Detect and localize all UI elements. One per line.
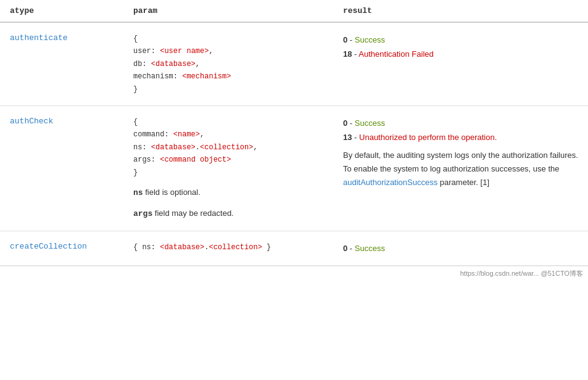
header-atype: atype: [0, 0, 123, 22]
header-param: param: [123, 0, 333, 22]
result-cell: 0 - Success18 - Authentication Failed: [333, 22, 588, 105]
atype-cell: createCollection: [0, 231, 123, 265]
param-cell: { ns: <database>.<collection> }: [123, 231, 333, 265]
audit-table: atype param result authenticate{ user: <…: [0, 0, 588, 266]
result-desc: By default, the auditing system logs onl…: [343, 149, 578, 189]
atype-label: createCollection: [10, 242, 87, 251]
result-cell: 0 - Success13 - Unauthorized to perform …: [333, 105, 588, 231]
table-row: authCheck{ command: <name>, ns: <databas…: [0, 105, 588, 231]
field-note: ns field is optional.: [133, 186, 323, 200]
atype-cell: authenticate: [0, 22, 123, 105]
param-code-block: { command: <name>, ns: <database>.<colle…: [133, 116, 323, 179]
param-cell: { command: <name>, ns: <database>.<colle…: [123, 105, 333, 231]
result-success: 0 - Success: [343, 116, 578, 130]
table-row: createCollection{ ns: <database>.<collec…: [0, 231, 588, 265]
result-success: 0 - Success: [343, 33, 578, 47]
atype-cell: authCheck: [0, 105, 123, 231]
header-result: result: [333, 0, 588, 22]
atype-label: authCheck: [10, 117, 53, 126]
table-row: authenticate{ user: <user name>, db: <da…: [0, 22, 588, 105]
field-note: args field may be redacted.: [133, 207, 323, 221]
footer-bar: https://blog.csdn.net/war... @51CTO博客: [0, 266, 588, 281]
footer-text: https://blog.csdn.net/war... @51CTO博客: [460, 270, 583, 277]
param-cell: { user: <user name>, db: <database>, mec…: [123, 22, 333, 105]
result-error: 13 - Unauthorized to perform the operati…: [343, 130, 578, 144]
result-success: 0 - Success: [343, 241, 578, 255]
result-error: 18 - Authentication Failed: [343, 47, 578, 61]
param-code-block: { ns: <database>.<collection> }: [133, 241, 323, 254]
param-code-block: { user: <user name>, db: <database>, mec…: [133, 33, 323, 96]
atype-label: authenticate: [10, 33, 68, 43]
result-cell: 0 - Success: [333, 231, 588, 265]
main-table-container: atype param result authenticate{ user: <…: [0, 0, 588, 281]
